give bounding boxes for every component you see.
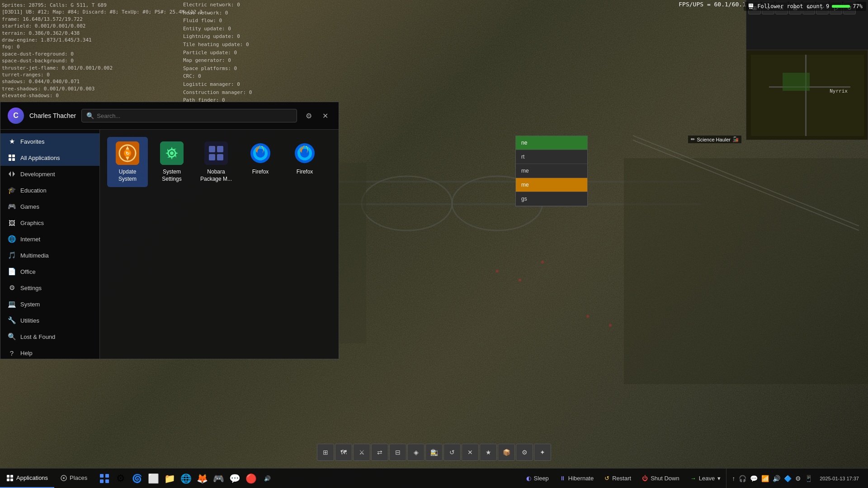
- restart-button[interactable]: ↺ Restart: [599, 469, 637, 488]
- hibernate-label: Hibernate: [568, 475, 594, 482]
- taskbar-network-icon[interactable]: 🌐: [179, 471, 193, 486]
- taskbar-nobara-icon[interactable]: 🌀: [130, 471, 144, 486]
- svg-point-11: [609, 324, 612, 327]
- leave-label: Leave: [699, 475, 715, 482]
- toolbar-btn-sword[interactable]: ⚔: [353, 444, 370, 461]
- firefox-svg-2: [293, 141, 316, 165]
- toolbar-btn-arrow[interactable]: ↺: [443, 444, 461, 461]
- taskbar-places-btn[interactable]: Places: [54, 469, 94, 488]
- nobara-icon: [204, 141, 228, 165]
- context-item-2[interactable]: me: [516, 164, 587, 178]
- sidebar-label-office: Office: [20, 268, 36, 275]
- sidebar-item-education[interactable]: 🎓 Education: [0, 182, 99, 198]
- app-firefox-2[interactable]: Firefox: [284, 137, 325, 187]
- taskbar-firefox-icon[interactable]: 🦊: [195, 471, 209, 486]
- sidebar-item-multimedia[interactable]: 🎵 Multimedia: [0, 247, 99, 263]
- context-item-3[interactable]: me: [516, 178, 587, 192]
- svg-point-9: [541, 261, 544, 263]
- app-nobara[interactable]: Nobara Package M...: [196, 137, 236, 187]
- sidebar-item-lost-found[interactable]: 🔍 Lost & Found: [0, 328, 99, 345]
- svg-rect-14: [749, 4, 753, 7]
- toolbar-btn-settings[interactable]: ⚙: [516, 444, 533, 461]
- context-item-1[interactable]: rt: [516, 150, 587, 164]
- sidebar-item-system[interactable]: 💻 System: [0, 296, 99, 312]
- sidebar-item-games[interactable]: 🎮 Games: [0, 198, 99, 215]
- search-input[interactable]: [97, 113, 292, 119]
- toolbar-btn-grid[interactable]: ⊞: [317, 444, 334, 461]
- multimedia-icon: 🎵: [8, 251, 16, 259]
- svg-rect-16: [751, 8, 752, 9]
- toolbar-btn-box[interactable]: 📦: [498, 444, 515, 461]
- search-bar[interactable]: 🔍: [81, 109, 297, 122]
- sidebar-item-help[interactable]: ? Help: [0, 345, 99, 359]
- minimap[interactable]: [746, 50, 868, 140]
- tray-network-tray-icon[interactable]: 📶: [761, 475, 769, 482]
- places-icon: [61, 475, 67, 481]
- taskbar-files-icon[interactable]: ⬜: [146, 471, 160, 486]
- taskbar-applications-btn[interactable]: Applications: [0, 469, 54, 488]
- toolbar-btn-train[interactable]: 🚉: [425, 444, 443, 461]
- svg-rect-38: [209, 146, 215, 152]
- sidebar-label-games: Games: [20, 203, 39, 210]
- shutdown-button[interactable]: ⏻ Shut Down: [637, 469, 685, 488]
- svg-rect-41: [217, 154, 223, 160]
- taskbar-terminal-icon[interactable]: 🔴: [244, 471, 258, 486]
- hibernate-button[interactable]: ⏸ Hibernate: [554, 469, 599, 488]
- taskbar-steam-icon[interactable]: 🎮: [211, 471, 226, 486]
- app-update-system[interactable]: ↻ Update System: [107, 137, 148, 187]
- toolbar-btn-cursor[interactable]: ✦: [534, 444, 551, 461]
- sidebar-label-graphics: Graphics: [20, 220, 44, 226]
- sidebar-item-graphics[interactable]: 🖼 Graphics: [0, 215, 99, 231]
- toolbar-btn-map[interactable]: 🗺: [335, 444, 352, 461]
- sidebar-label-system: System: [20, 301, 40, 308]
- taskbar-discord-icon[interactable]: 💬: [227, 471, 242, 486]
- tray-display-icon[interactable]: 📱: [805, 475, 812, 482]
- minimap-inner: [746, 50, 868, 140]
- taskbar-factorio-icon[interactable]: ⚙: [113, 471, 128, 486]
- svg-rect-49: [10, 475, 13, 478]
- toolbar-btn-x[interactable]: ✕: [462, 444, 479, 461]
- app-menu: C Charles Thacher 🔍 ⚙ ✕ ★ Favorites All …: [0, 102, 339, 359]
- context-item-4[interactable]: gs: [516, 192, 587, 206]
- sidebar-item-development[interactable]: Development: [0, 166, 99, 182]
- sidebar-item-settings[interactable]: ⚙ Settings: [0, 280, 99, 296]
- close-button[interactable]: ✕: [319, 109, 331, 122]
- sidebar-item-internet[interactable]: 🌐 Internet: [0, 231, 99, 247]
- tray-upload-icon[interactable]: ↑: [732, 475, 735, 482]
- apps-grid: ↻ Update System: [107, 137, 331, 187]
- menu-body: ★ Favorites All Applications Development…: [0, 130, 339, 359]
- system-icon: 💻: [8, 300, 16, 308]
- settings-button[interactable]: ⚙: [302, 109, 315, 122]
- sidebar-item-office[interactable]: 📄 Office: [0, 263, 99, 280]
- taskbar-grid-icon[interactable]: [97, 471, 112, 486]
- tray-settings-tray-icon[interactable]: ⚙: [795, 475, 801, 482]
- toolbar-btn-grid2[interactable]: ⊟: [389, 444, 406, 461]
- game-context-menu: ne rt me me gs: [515, 136, 588, 206]
- follower-robot-panel: Follower robot count 9 77%: [744, 2, 866, 11]
- taskbar-folder-icon[interactable]: 📁: [162, 471, 177, 486]
- tray-bluetooth-icon[interactable]: 🔷: [784, 475, 792, 482]
- svg-point-10: [586, 315, 589, 318]
- sidebar-item-utilities[interactable]: 🔧 Utilities: [0, 312, 99, 328]
- robot-icon: [747, 3, 755, 10]
- sidebar-label-lost-found: Lost & Found: [20, 333, 55, 340]
- svg-rect-57: [105, 479, 109, 483]
- tray-discord-tray-icon[interactable]: 💬: [750, 475, 758, 482]
- system-settings-label: System Settings: [154, 169, 189, 183]
- toolbar-btn-resource[interactable]: ◈: [407, 444, 425, 461]
- sleep-button[interactable]: ◐ Sleep: [521, 469, 554, 488]
- nobara-svg: [204, 141, 228, 165]
- restart-label: Restart: [612, 475, 631, 482]
- sidebar-item-favorites[interactable]: ★ Favorites: [0, 133, 99, 150]
- sidebar-item-all-applications[interactable]: All Applications: [0, 150, 99, 166]
- game-hud-left: Sprites: 28795; Calls: G 511, T 689 [D3D…: [0, 0, 213, 101]
- leave-button[interactable]: → Leave ▾: [685, 469, 726, 488]
- tray-volume-tray-icon[interactable]: 🔊: [773, 475, 780, 482]
- app-system-settings[interactable]: System Settings: [151, 137, 192, 187]
- taskbar-app-icons: ⚙ 🌀 ⬜ 📁 🌐 🦊 🎮 💬 🔴 🔊: [94, 469, 278, 488]
- tray-headphones-icon[interactable]: 🎧: [739, 475, 746, 482]
- app-firefox-1[interactable]: Firefox: [240, 137, 281, 187]
- toolbar-btn-route[interactable]: ⇄: [371, 444, 388, 461]
- toolbar-btn-star[interactable]: ★: [480, 444, 497, 461]
- context-item-0[interactable]: ne: [516, 136, 587, 150]
